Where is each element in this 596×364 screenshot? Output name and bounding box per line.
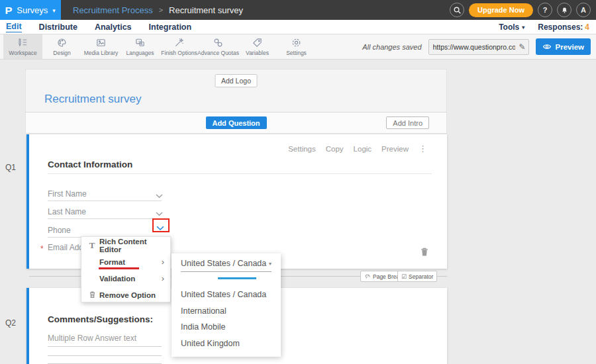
field-phone[interactable]: Phone [48, 226, 71, 235]
q1-label: Q1 [5, 163, 16, 172]
field-underline [48, 201, 162, 201]
format-option-united-kingdom[interactable]: United Kingdom [181, 339, 240, 348]
toolbar-label: Design [53, 50, 70, 56]
toolbar-settings-button[interactable]: Settings [277, 34, 316, 59]
advance-quotas-icon [213, 37, 224, 48]
responses-label: Responses: [538, 23, 583, 32]
add-question-button[interactable]: Add Question [205, 116, 266, 129]
chevron-down-icon: ▾ [52, 7, 56, 14]
tab-integration[interactable]: Integration [149, 23, 192, 32]
question-actions: Settings Copy Logic Preview ⋮ [288, 144, 427, 154]
select-focus-bar [218, 277, 256, 279]
menu-item-label: Rich Content Editor [99, 238, 170, 253]
annotation-highlight-box [152, 218, 170, 232]
toolbar-label: Languages [126, 50, 154, 56]
survey-title[interactable]: Recruitment survey [44, 93, 141, 106]
save-status: All changes saved [362, 43, 421, 51]
question-logic-button[interactable]: Logic [354, 145, 372, 153]
tools-menu[interactable]: Tools ▾ [499, 23, 524, 32]
add-logo-button[interactable]: Add Logo [215, 74, 258, 87]
rich-text-icon: T [87, 240, 97, 251]
menu-item-remove-option[interactable]: Remove Option [81, 287, 170, 303]
survey-action-strip: Add Question Add Intro [25, 113, 447, 134]
question-title[interactable]: Contact Information [48, 159, 132, 169]
select-underline [181, 271, 272, 272]
toolbar-design-button[interactable]: Design [42, 34, 81, 59]
first-name-dropdown-chevron-icon[interactable] [156, 189, 163, 201]
notifications-button[interactable] [557, 3, 571, 17]
q2-label: Q2 [5, 318, 16, 328]
last-name-dropdown-chevron-icon[interactable] [156, 207, 163, 219]
question-preview-button[interactable]: Preview [381, 145, 409, 153]
more-options-icon[interactable]: ⋮ [419, 144, 427, 154]
field-first-name[interactable]: First Name [48, 189, 87, 199]
menu-item-validation[interactable]: Validation › [81, 270, 170, 287]
toolbar-workspace-button[interactable]: Workspace [3, 34, 42, 59]
required-asterisk: * [40, 244, 44, 253]
svg-text:A: A [140, 42, 142, 46]
phone-format-submenu: United States / Canada ▾ United States /… [172, 253, 281, 357]
format-option-international[interactable]: International [181, 306, 226, 316]
menu-item-label: Validation [99, 275, 135, 283]
surveys-menu[interactable]: P Surveys ▾ [0, 0, 61, 20]
toolbar-languages-button[interactable]: 文A Languages [121, 34, 160, 59]
menu-item-rich-content-editor[interactable]: T Rich Content Editor [81, 237, 170, 253]
bell-icon [560, 6, 569, 15]
toolbar-advance-quotas-button[interactable]: Advance Quotas [199, 34, 238, 59]
submenu-arrow-icon: › [162, 274, 164, 283]
breadcrumb-parent[interactable]: Recruitment Process [73, 5, 153, 15]
toolbar-media-library-button[interactable]: Media Library [81, 34, 121, 59]
title-divider [48, 173, 432, 174]
breadcrumb: Recruitment Process > Recruitment survey [73, 5, 243, 15]
toolbar-label: Advance Quotas [197, 50, 239, 56]
answer-underline [48, 346, 162, 347]
format-option-us-canada[interactable]: United States / Canada [181, 290, 266, 299]
question-title[interactable]: Comments/Suggestions: [48, 314, 153, 324]
responses-count: 4 [585, 23, 589, 32]
field-underline [48, 218, 162, 219]
toolbar-finish-options-button[interactable]: Finish Options [160, 34, 199, 59]
responses-link[interactable]: Responses:4 [538, 23, 589, 32]
eye-icon [542, 43, 552, 50]
design-palette-icon [56, 37, 68, 48]
product-name: Surveys [17, 5, 48, 15]
tab-analytics[interactable]: Analytics [95, 23, 132, 32]
chevron-down-icon: ▾ [269, 261, 272, 267]
edit-url-pencil-icon[interactable]: ✎ [519, 42, 525, 52]
editor-toolbar: Workspace Design Media Library 文A Langua… [0, 34, 596, 60]
help-icon: ? [543, 6, 548, 14]
field-last-name[interactable]: Last Name [48, 207, 86, 216]
languages-icon: 文A [134, 37, 146, 48]
tab-edit[interactable]: Edit [6, 22, 22, 32]
toolbar-variables-button[interactable]: Variables [238, 34, 277, 59]
survey-url-input[interactable] [429, 43, 515, 51]
questionpro-survey-editor: P Surveys ▾ Recruitment Process > Recrui… [0, 0, 596, 364]
avatar-initial: A [581, 6, 586, 14]
survey-canvas: Add Logo Recruitment survey Add Question… [0, 60, 596, 364]
separator-icon: ☑ [401, 273, 407, 280]
help-button[interactable]: ? [538, 3, 552, 17]
format-select[interactable]: United States / Canada ▾ [181, 259, 272, 271]
tools-label: Tools [499, 23, 519, 32]
preview-button[interactable]: Preview [536, 38, 591, 55]
breadcrumb-separator-icon: > [159, 6, 163, 14]
format-selected-value: United States / Canada [181, 259, 266, 268]
menu-item-label: Format [99, 258, 125, 266]
survey-url-box: ✎ [428, 39, 529, 55]
delete-row-trash-icon[interactable] [420, 247, 429, 259]
question-copy-button[interactable]: Copy [326, 145, 344, 153]
multi-row-answer-placeholder[interactable]: Multiple Row Answer text [48, 334, 136, 343]
tab-distribute[interactable]: Distribute [39, 23, 77, 32]
upgrade-now-button[interactable]: Upgrade Now [469, 3, 533, 17]
toolbar-right: All changes saved ✎ Preview [362, 34, 596, 59]
answer-underline [48, 355, 162, 356]
search-button[interactable] [450, 3, 464, 17]
questionpro-logo-icon: P [5, 5, 13, 16]
account-avatar[interactable]: A [576, 3, 591, 17]
format-option-india-mobile[interactable]: India Mobile [181, 322, 225, 332]
add-intro-button[interactable]: Add Intro [386, 116, 429, 129]
separator-button[interactable]: ☑ Separator [397, 271, 437, 282]
question-settings-button[interactable]: Settings [288, 145, 316, 153]
settings-gear-icon [291, 37, 302, 48]
workspace-icon [17, 37, 28, 48]
